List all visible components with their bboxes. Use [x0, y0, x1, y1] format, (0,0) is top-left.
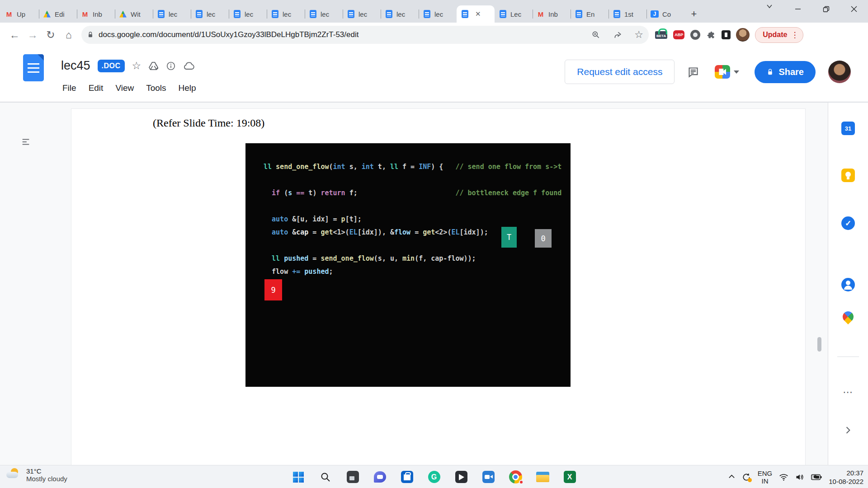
adblock-extension-icon[interactable]: ABP — [673, 30, 684, 39]
grammarly-icon[interactable]: G — [427, 470, 441, 484]
tab[interactable]: En — [571, 5, 609, 23]
tab[interactable]: lec — [191, 5, 229, 23]
bookmark-star-icon[interactable]: ☆ — [634, 29, 643, 41]
comment-icon[interactable] — [687, 66, 699, 78]
close-window-button[interactable] — [840, 0, 868, 18]
excel-icon[interactable]: X — [562, 470, 577, 484]
tab[interactable]: lec — [419, 5, 457, 23]
maps-icon[interactable] — [840, 309, 856, 324]
forward-button[interactable]: → — [24, 26, 42, 44]
kebab-menu-icon[interactable]: ⋮ — [791, 30, 798, 40]
menu-file[interactable]: File — [62, 83, 76, 93]
info-icon[interactable] — [166, 61, 176, 71]
volume-icon[interactable] — [795, 473, 804, 481]
extensions-area: BETA ABP — [655, 30, 731, 40]
menu-help[interactable]: Help — [179, 83, 196, 93]
lock-icon — [766, 68, 774, 76]
video-app-icon[interactable] — [481, 470, 495, 484]
home-button[interactable]: ⌂ — [60, 26, 78, 44]
keep-icon[interactable] — [841, 169, 855, 182]
calendar-icon[interactable]: 31 — [841, 122, 855, 135]
account-avatar[interactable] — [828, 61, 851, 83]
language-indicator[interactable]: ENG IN — [758, 469, 773, 485]
tab[interactable]: 1st — [609, 5, 646, 23]
minimize-button[interactable] — [784, 0, 812, 18]
scrollbar-track[interactable] — [816, 103, 822, 465]
scrollbar-thumb[interactable] — [817, 337, 821, 352]
system-tray: ENG IN 20:37 10-08-2022 — [728, 465, 863, 488]
code-line — [264, 174, 571, 187]
address-bar[interactable]: docs.google.com/document/d/1USoUxy1Gzoy3… — [81, 26, 649, 44]
tab-label: Up — [17, 10, 25, 18]
contacts-icon[interactable] — [841, 278, 855, 291]
tab[interactable]: MInb — [77, 5, 115, 23]
update-pending-icon[interactable] — [742, 473, 751, 482]
share-icon[interactable] — [613, 30, 623, 40]
tab[interactable]: lec — [381, 5, 419, 23]
star-document-icon[interactable]: ☆ — [132, 60, 142, 72]
puzzle-extensions-icon[interactable] — [706, 30, 716, 40]
code-overlay-box: 9 — [264, 279, 282, 300]
tab-label: 1st — [624, 10, 633, 18]
tab[interactable]: MUp — [1, 5, 39, 23]
back-button[interactable]: ← — [5, 26, 24, 44]
menu-edit[interactable]: Edit — [89, 83, 104, 93]
tab[interactable]: Lec — [495, 5, 533, 23]
battery-icon[interactable] — [811, 474, 822, 481]
menu-tools[interactable]: Tools — [146, 83, 166, 93]
clock[interactable]: 20:37 10-08-2022 — [829, 469, 863, 486]
document-outline-icon[interactable] — [18, 134, 33, 150]
teams-chat-icon[interactable] — [373, 470, 387, 484]
tab[interactable]: lec — [153, 5, 191, 23]
google-docs-logo[interactable] — [23, 54, 44, 81]
dark-extension-icon[interactable] — [722, 30, 731, 39]
chrome-icon[interactable] — [508, 470, 523, 484]
reload-button[interactable]: ↻ — [42, 26, 60, 44]
microsoft-store-icon[interactable] — [400, 470, 414, 484]
windows-logo-icon — [293, 472, 304, 483]
tab[interactable]: Wit — [115, 5, 153, 23]
code-block: ll send_one_flow(int s, int t, ll f = IN… — [245, 143, 571, 387]
tab[interactable]: JCo — [646, 5, 684, 23]
share-button[interactable]: Share — [755, 61, 816, 83]
beta-extension-icon[interactable]: BETA — [655, 31, 667, 39]
tasks-icon[interactable]: ✓ — [841, 216, 855, 230]
tab[interactable]: lec — [229, 5, 267, 23]
tab-label: Wit — [131, 10, 141, 18]
tab[interactable]: MInb — [533, 5, 571, 23]
cloud-status-icon[interactable] — [183, 61, 195, 71]
request-edit-access-button[interactable]: Request edit access — [565, 60, 675, 84]
more-addons-icon[interactable]: ⋯ — [843, 386, 854, 398]
docs-icon — [195, 10, 203, 18]
tab-active[interactable]: ✕ — [457, 5, 495, 23]
zoom-icon[interactable] — [591, 30, 600, 39]
dark-app-icon[interactable] — [345, 470, 360, 484]
tab[interactable]: lec — [267, 5, 305, 23]
tab-label: En — [586, 10, 594, 18]
wifi-icon[interactable] — [779, 473, 788, 481]
media-app-icon[interactable] — [454, 470, 468, 484]
code-line: auto &[u, idx] = p[t]; — [264, 213, 571, 226]
update-button[interactable]: Update ⋮ — [755, 27, 803, 43]
meet-button[interactable] — [712, 62, 742, 81]
tab[interactable]: lec — [305, 5, 343, 23]
tab-search-chevron-icon[interactable] — [766, 3, 773, 12]
hide-side-panel-icon[interactable] — [844, 426, 852, 436]
start-button[interactable] — [291, 470, 306, 484]
document-title[interactable]: lec45 — [61, 59, 90, 73]
recorder-extension-icon[interactable] — [690, 30, 700, 40]
taskbar-search-icon[interactable] — [318, 470, 333, 484]
close-tab-icon[interactable]: ✕ — [475, 10, 481, 18]
file-explorer-icon[interactable] — [535, 470, 550, 484]
code-line — [264, 200, 571, 213]
restore-button[interactable] — [812, 0, 840, 18]
tab[interactable]: lec — [343, 5, 381, 23]
j-app-icon: J — [651, 10, 659, 18]
browser-profile-avatar[interactable] — [736, 28, 750, 42]
tab[interactable]: Edi — [39, 5, 77, 23]
tray-chevron-up-icon[interactable] — [728, 474, 735, 480]
weather-widget[interactable]: 31°C Mostly cloudy — [6, 467, 67, 483]
new-tab-button[interactable]: + — [687, 7, 701, 21]
menu-view[interactable]: View — [115, 83, 134, 93]
move-to-drive-icon[interactable] — [148, 61, 159, 70]
